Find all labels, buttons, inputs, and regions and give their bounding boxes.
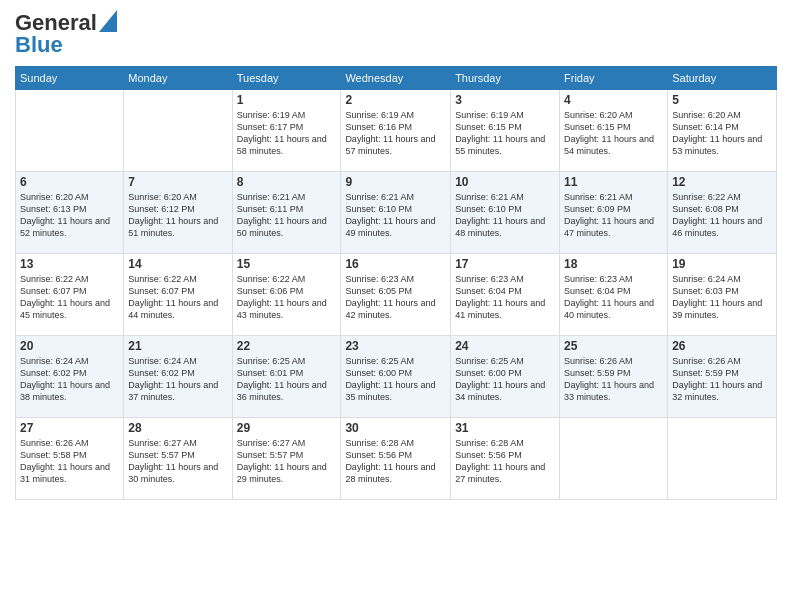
weekday-header: Tuesday — [232, 67, 341, 90]
cell-info: Sunrise: 6:27 AM Sunset: 5:57 PM Dayligh… — [128, 437, 227, 486]
cell-info: Sunrise: 6:21 AM Sunset: 6:10 PM Dayligh… — [455, 191, 555, 240]
cell-info: Sunrise: 6:28 AM Sunset: 5:56 PM Dayligh… — [345, 437, 446, 486]
calendar-cell: 30Sunrise: 6:28 AM Sunset: 5:56 PM Dayli… — [341, 418, 451, 500]
cell-info: Sunrise: 6:22 AM Sunset: 6:07 PM Dayligh… — [20, 273, 119, 322]
calendar-cell: 29Sunrise: 6:27 AM Sunset: 5:57 PM Dayli… — [232, 418, 341, 500]
cell-info: Sunrise: 6:24 AM Sunset: 6:02 PM Dayligh… — [20, 355, 119, 404]
header: General Blue — [15, 10, 777, 58]
day-number: 2 — [345, 93, 446, 107]
calendar-cell — [560, 418, 668, 500]
calendar-cell: 6Sunrise: 6:20 AM Sunset: 6:13 PM Daylig… — [16, 172, 124, 254]
calendar-cell: 27Sunrise: 6:26 AM Sunset: 5:58 PM Dayli… — [16, 418, 124, 500]
day-number: 16 — [345, 257, 446, 271]
calendar-cell: 24Sunrise: 6:25 AM Sunset: 6:00 PM Dayli… — [451, 336, 560, 418]
calendar-cell: 15Sunrise: 6:22 AM Sunset: 6:06 PM Dayli… — [232, 254, 341, 336]
day-number: 22 — [237, 339, 337, 353]
cell-info: Sunrise: 6:22 AM Sunset: 6:07 PM Dayligh… — [128, 273, 227, 322]
day-number: 6 — [20, 175, 119, 189]
cell-info: Sunrise: 6:26 AM Sunset: 5:58 PM Dayligh… — [20, 437, 119, 486]
calendar-cell: 4Sunrise: 6:20 AM Sunset: 6:15 PM Daylig… — [560, 90, 668, 172]
day-number: 20 — [20, 339, 119, 353]
cell-info: Sunrise: 6:26 AM Sunset: 5:59 PM Dayligh… — [564, 355, 663, 404]
calendar-cell: 12Sunrise: 6:22 AM Sunset: 6:08 PM Dayli… — [668, 172, 777, 254]
calendar-cell: 3Sunrise: 6:19 AM Sunset: 6:15 PM Daylig… — [451, 90, 560, 172]
calendar-cell: 14Sunrise: 6:22 AM Sunset: 6:07 PM Dayli… — [124, 254, 232, 336]
cell-info: Sunrise: 6:19 AM Sunset: 6:15 PM Dayligh… — [455, 109, 555, 158]
calendar-cell — [16, 90, 124, 172]
page: General Blue SundayMondayTuesdayWednesda… — [0, 0, 792, 612]
cell-info: Sunrise: 6:27 AM Sunset: 5:57 PM Dayligh… — [237, 437, 337, 486]
calendar-cell: 31Sunrise: 6:28 AM Sunset: 5:56 PM Dayli… — [451, 418, 560, 500]
day-number: 24 — [455, 339, 555, 353]
cell-info: Sunrise: 6:19 AM Sunset: 6:17 PM Dayligh… — [237, 109, 337, 158]
logo-blue: Blue — [15, 32, 63, 58]
day-number: 15 — [237, 257, 337, 271]
calendar-cell — [668, 418, 777, 500]
calendar-cell: 8Sunrise: 6:21 AM Sunset: 6:11 PM Daylig… — [232, 172, 341, 254]
calendar-cell: 26Sunrise: 6:26 AM Sunset: 5:59 PM Dayli… — [668, 336, 777, 418]
calendar-header-row: SundayMondayTuesdayWednesdayThursdayFrid… — [16, 67, 777, 90]
day-number: 30 — [345, 421, 446, 435]
cell-info: Sunrise: 6:24 AM Sunset: 6:02 PM Dayligh… — [128, 355, 227, 404]
day-number: 28 — [128, 421, 227, 435]
day-number: 8 — [237, 175, 337, 189]
day-number: 7 — [128, 175, 227, 189]
day-number: 21 — [128, 339, 227, 353]
cell-info: Sunrise: 6:25 AM Sunset: 6:00 PM Dayligh… — [345, 355, 446, 404]
logo-triangle-icon — [99, 10, 117, 32]
cell-info: Sunrise: 6:20 AM Sunset: 6:13 PM Dayligh… — [20, 191, 119, 240]
day-number: 4 — [564, 93, 663, 107]
calendar-cell: 2Sunrise: 6:19 AM Sunset: 6:16 PM Daylig… — [341, 90, 451, 172]
day-number: 27 — [20, 421, 119, 435]
cell-info: Sunrise: 6:23 AM Sunset: 6:05 PM Dayligh… — [345, 273, 446, 322]
weekday-header: Monday — [124, 67, 232, 90]
cell-info: Sunrise: 6:28 AM Sunset: 5:56 PM Dayligh… — [455, 437, 555, 486]
weekday-header: Sunday — [16, 67, 124, 90]
calendar-cell: 23Sunrise: 6:25 AM Sunset: 6:00 PM Dayli… — [341, 336, 451, 418]
day-number: 13 — [20, 257, 119, 271]
cell-info: Sunrise: 6:26 AM Sunset: 5:59 PM Dayligh… — [672, 355, 772, 404]
weekday-header: Wednesday — [341, 67, 451, 90]
calendar-week-row: 20Sunrise: 6:24 AM Sunset: 6:02 PM Dayli… — [16, 336, 777, 418]
weekday-header: Saturday — [668, 67, 777, 90]
calendar-cell: 9Sunrise: 6:21 AM Sunset: 6:10 PM Daylig… — [341, 172, 451, 254]
calendar-week-row: 1Sunrise: 6:19 AM Sunset: 6:17 PM Daylig… — [16, 90, 777, 172]
calendar-cell: 21Sunrise: 6:24 AM Sunset: 6:02 PM Dayli… — [124, 336, 232, 418]
day-number: 3 — [455, 93, 555, 107]
cell-info: Sunrise: 6:23 AM Sunset: 6:04 PM Dayligh… — [564, 273, 663, 322]
calendar-cell: 13Sunrise: 6:22 AM Sunset: 6:07 PM Dayli… — [16, 254, 124, 336]
day-number: 9 — [345, 175, 446, 189]
day-number: 17 — [455, 257, 555, 271]
calendar-cell: 19Sunrise: 6:24 AM Sunset: 6:03 PM Dayli… — [668, 254, 777, 336]
calendar-cell: 22Sunrise: 6:25 AM Sunset: 6:01 PM Dayli… — [232, 336, 341, 418]
calendar-cell: 20Sunrise: 6:24 AM Sunset: 6:02 PM Dayli… — [16, 336, 124, 418]
day-number: 1 — [237, 93, 337, 107]
day-number: 25 — [564, 339, 663, 353]
logo: General Blue — [15, 10, 117, 58]
cell-info: Sunrise: 6:20 AM Sunset: 6:14 PM Dayligh… — [672, 109, 772, 158]
calendar-table: SundayMondayTuesdayWednesdayThursdayFrid… — [15, 66, 777, 500]
cell-info: Sunrise: 6:21 AM Sunset: 6:10 PM Dayligh… — [345, 191, 446, 240]
calendar-cell: 18Sunrise: 6:23 AM Sunset: 6:04 PM Dayli… — [560, 254, 668, 336]
cell-info: Sunrise: 6:19 AM Sunset: 6:16 PM Dayligh… — [345, 109, 446, 158]
cell-info: Sunrise: 6:22 AM Sunset: 6:06 PM Dayligh… — [237, 273, 337, 322]
weekday-header: Thursday — [451, 67, 560, 90]
day-number: 19 — [672, 257, 772, 271]
calendar-cell: 16Sunrise: 6:23 AM Sunset: 6:05 PM Dayli… — [341, 254, 451, 336]
day-number: 10 — [455, 175, 555, 189]
calendar-cell: 17Sunrise: 6:23 AM Sunset: 6:04 PM Dayli… — [451, 254, 560, 336]
calendar-cell: 11Sunrise: 6:21 AM Sunset: 6:09 PM Dayli… — [560, 172, 668, 254]
cell-info: Sunrise: 6:25 AM Sunset: 6:00 PM Dayligh… — [455, 355, 555, 404]
day-number: 26 — [672, 339, 772, 353]
calendar-cell: 10Sunrise: 6:21 AM Sunset: 6:10 PM Dayli… — [451, 172, 560, 254]
calendar-cell: 25Sunrise: 6:26 AM Sunset: 5:59 PM Dayli… — [560, 336, 668, 418]
cell-info: Sunrise: 6:22 AM Sunset: 6:08 PM Dayligh… — [672, 191, 772, 240]
day-number: 11 — [564, 175, 663, 189]
calendar-week-row: 6Sunrise: 6:20 AM Sunset: 6:13 PM Daylig… — [16, 172, 777, 254]
calendar-cell: 1Sunrise: 6:19 AM Sunset: 6:17 PM Daylig… — [232, 90, 341, 172]
day-number: 12 — [672, 175, 772, 189]
calendar-cell: 7Sunrise: 6:20 AM Sunset: 6:12 PM Daylig… — [124, 172, 232, 254]
day-number: 18 — [564, 257, 663, 271]
day-number: 31 — [455, 421, 555, 435]
cell-info: Sunrise: 6:23 AM Sunset: 6:04 PM Dayligh… — [455, 273, 555, 322]
